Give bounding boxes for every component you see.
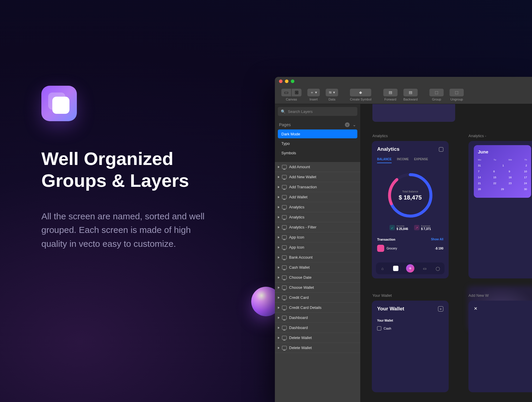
window-close-dot[interactable] bbox=[279, 80, 283, 83]
layer-item[interactable]: Add Amount bbox=[275, 162, 360, 172]
bottom-nav: ⌂ + ▭ ◯ bbox=[376, 262, 445, 274]
layer-item[interactable]: Choose Date bbox=[275, 273, 360, 283]
screen-wallet[interactable]: Your Wallet + Your Wallet Cash bbox=[372, 301, 449, 392]
page-item-typo[interactable]: Typo bbox=[278, 139, 357, 148]
layer-item[interactable]: Bank Account bbox=[275, 252, 360, 262]
layer-item[interactable]: Delete Wallet bbox=[275, 333, 360, 343]
disclosure-triangle-icon[interactable] bbox=[278, 296, 280, 299]
transaction-showall[interactable]: Show All bbox=[431, 238, 443, 241]
disclosure-triangle-icon[interactable] bbox=[278, 307, 280, 309]
screen-analytics[interactable]: Analytics BALANCE INCOME EXPENSE Total bbox=[372, 141, 449, 278]
layer-item[interactable]: Analytics bbox=[275, 212, 360, 222]
search-placeholder: Search Layers bbox=[288, 109, 313, 114]
chart-icon[interactable] bbox=[393, 266, 398, 271]
tool-forward[interactable]: ▤ Forward bbox=[381, 89, 400, 101]
disclosure-triangle-icon[interactable] bbox=[278, 216, 280, 218]
artboard-icon bbox=[282, 275, 287, 279]
tool-canvas[interactable]: ▭⊞ Canvas bbox=[279, 89, 304, 101]
close-icon[interactable]: ✕ bbox=[474, 306, 478, 311]
calendar-icon[interactable] bbox=[439, 147, 443, 152]
disclosure-triangle-icon[interactable] bbox=[278, 337, 280, 339]
transaction-item[interactable]: Grocery -$ 190 bbox=[377, 245, 443, 252]
screen-add-new-wallet[interactable]: ✕ bbox=[468, 301, 532, 392]
layer-item[interactable]: Analytics bbox=[275, 202, 360, 212]
artboard-icon bbox=[282, 306, 287, 309]
layer-item[interactable]: Dashboard bbox=[275, 313, 360, 323]
tab-income[interactable]: INCOME bbox=[397, 158, 409, 163]
artboard-icon bbox=[282, 195, 287, 199]
layer-item[interactable]: Dashboard bbox=[275, 323, 360, 333]
canvas-viewport[interactable]: Analytics Analytics - Analytics BALANCE … bbox=[361, 104, 532, 402]
tool-data[interactable]: ≋ ▾ Data bbox=[323, 89, 340, 101]
layer-item[interactable]: Add New Wallet bbox=[275, 172, 360, 182]
add-button[interactable]: + bbox=[406, 264, 414, 273]
disclosure-triangle-icon[interactable] bbox=[278, 186, 280, 188]
layer-item[interactable]: Delete Wallet bbox=[275, 343, 360, 353]
disclosure-triangle-icon[interactable] bbox=[278, 347, 280, 349]
page-item-symbols[interactable]: Symbols bbox=[278, 148, 357, 157]
wallet-icon[interactable]: ▭ bbox=[422, 266, 427, 271]
layer-item[interactable]: Choose Wallet bbox=[275, 283, 360, 293]
layer-item[interactable]: Cash Wallet bbox=[275, 262, 360, 273]
tab-balance[interactable]: BALANCE bbox=[377, 158, 392, 163]
layer-item[interactable]: Credit Card Details bbox=[275, 303, 360, 313]
disclosure-triangle-icon[interactable] bbox=[278, 276, 280, 279]
window-max-dot[interactable] bbox=[291, 80, 294, 83]
chevron-down-icon[interactable]: ⌄ bbox=[353, 122, 356, 127]
artboard-label-wallet[interactable]: Your Wallet bbox=[372, 293, 392, 298]
home-icon[interactable]: ⌂ bbox=[380, 266, 385, 271]
layers-list[interactable]: Add AmountAdd New WalletAdd TransactionA… bbox=[275, 162, 360, 402]
artboard-icon bbox=[282, 296, 287, 299]
tool-create-symbol[interactable]: ◆ Create Symbol bbox=[348, 89, 374, 101]
arrow-up-icon: ↗ bbox=[414, 225, 419, 230]
app-window: ▭⊞ Canvas ＋ ▾ Insert ≋ ▾ Data ◆ Create S… bbox=[275, 77, 532, 402]
add-page-icon[interactable]: + bbox=[345, 122, 350, 127]
pages-header-label: Pages bbox=[279, 122, 291, 127]
search-input[interactable]: 🔍 Search Layers bbox=[278, 107, 357, 116]
artboard-label-analytics2[interactable]: Analytics - bbox=[468, 134, 486, 138]
layer-item[interactable]: Credit Card bbox=[275, 293, 360, 303]
layer-label: Delete Wallet bbox=[289, 335, 312, 340]
page-item-dark-mode[interactable]: Dark Mode bbox=[278, 129, 357, 138]
disclosure-triangle-icon[interactable] bbox=[278, 206, 280, 208]
layer-item[interactable]: Analytics - Filter bbox=[275, 222, 360, 232]
balance-donut: Total Balance $ 18,475 bbox=[385, 170, 435, 221]
analytics-tabs: BALANCE INCOME EXPENSE bbox=[377, 158, 443, 163]
layer-item[interactable]: App Icon bbox=[275, 242, 360, 252]
layer-label: App Icon bbox=[289, 235, 304, 239]
disclosure-triangle-icon[interactable] bbox=[278, 256, 280, 259]
artboard-label-addnew[interactable]: Add New W bbox=[468, 293, 489, 298]
disclosure-triangle-icon[interactable] bbox=[278, 286, 280, 289]
layer-item[interactable]: App Icon bbox=[275, 232, 360, 242]
disclosure-triangle-icon[interactable] bbox=[278, 266, 280, 269]
hero-section: Well Organized Groups & Layers All the s… bbox=[41, 86, 254, 251]
disclosure-triangle-icon[interactable] bbox=[278, 327, 280, 329]
tab-expense[interactable]: EXPENSE bbox=[414, 158, 428, 163]
profile-icon[interactable]: ◯ bbox=[435, 266, 441, 271]
layer-label: Add Wallet bbox=[289, 195, 307, 199]
screen-analytics-filter[interactable]: June MoTuWeTh 3112 78910 14151617 212223… bbox=[468, 141, 532, 278]
disclosure-triangle-icon[interactable] bbox=[278, 226, 280, 228]
artboard-label-analytics[interactable]: Analytics bbox=[372, 134, 388, 138]
disclosure-triangle-icon[interactable] bbox=[278, 176, 280, 178]
tool-insert[interactable]: ＋ ▾ Insert bbox=[305, 89, 322, 101]
artboard-icon bbox=[282, 255, 287, 259]
layer-item[interactable]: Add Wallet bbox=[275, 192, 360, 202]
layer-item[interactable]: Add Transaction bbox=[275, 182, 360, 192]
add-wallet-icon[interactable]: + bbox=[438, 306, 443, 312]
disclosure-triangle-icon[interactable] bbox=[278, 166, 280, 168]
donut-label: Total Balance bbox=[402, 190, 418, 193]
window-min-dot[interactable] bbox=[285, 80, 288, 83]
artboard-icon bbox=[282, 225, 287, 229]
disclosure-triangle-icon[interactable] bbox=[278, 196, 280, 198]
disclosure-triangle-icon[interactable] bbox=[278, 317, 280, 319]
transaction-amount: -$ 190 bbox=[435, 247, 443, 250]
calendar-widget[interactable]: June MoTuWeTh 3112 78910 14151617 212223… bbox=[474, 145, 531, 198]
layer-label: Dashboard bbox=[289, 315, 308, 320]
tool-ungroup[interactable]: ⬚ Ungroup bbox=[447, 89, 466, 101]
disclosure-triangle-icon[interactable] bbox=[278, 246, 280, 249]
wallet-item-cash[interactable]: Cash bbox=[377, 326, 443, 330]
disclosure-triangle-icon[interactable] bbox=[278, 236, 280, 239]
tool-group[interactable]: ⬚ Group bbox=[427, 89, 446, 101]
tool-backward[interactable]: ▤ Backward bbox=[401, 89, 420, 101]
